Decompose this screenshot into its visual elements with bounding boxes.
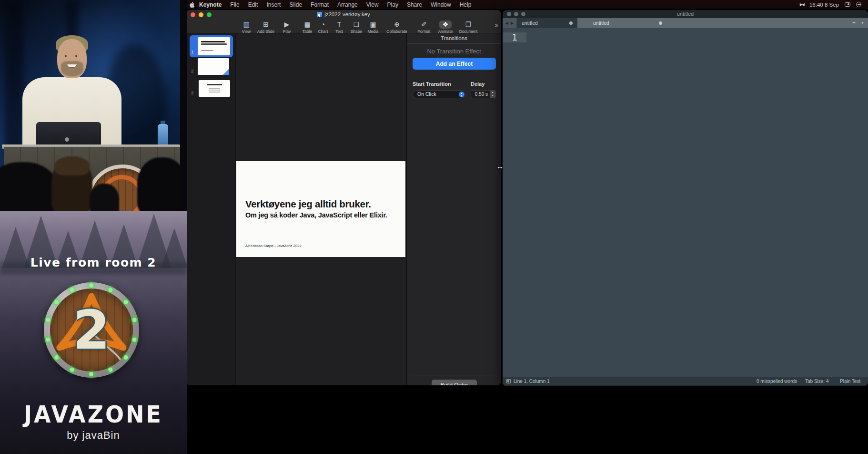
- slide-navigator: 1 2 3: [186, 33, 236, 385]
- speaker-eye: [65, 55, 67, 57]
- curtain-fold: [5, 0, 24, 157]
- logo-green-stud: [132, 337, 137, 342]
- menu-keynote[interactable]: Keynote: [195, 1, 226, 8]
- caret-position-label: Line 1, Column 1: [514, 379, 550, 384]
- new-tab-button[interactable]: +: [852, 20, 856, 26]
- slide-2-corner-accent: [223, 69, 229, 75]
- logo-green-stud: [89, 283, 93, 288]
- format-icon: ✐: [418, 21, 430, 29]
- slide-thumbnail-2[interactable]: [198, 58, 229, 75]
- editor-tab-inactive[interactable]: untitled: [577, 18, 680, 28]
- javazone-logo-text: JAVAZONE: [0, 401, 187, 428]
- panel-bottom-divider: [411, 375, 497, 375]
- collaborate-icon: ⊕: [391, 21, 403, 29]
- menu-slide[interactable]: Slide: [285, 1, 306, 8]
- history-forward-button[interactable]: ▶: [511, 21, 514, 25]
- screen-mirroring-icon[interactable]: ▶◀: [800, 2, 804, 7]
- logo-green-stud: [45, 337, 50, 342]
- menu-share[interactable]: Share: [403, 1, 426, 8]
- add-effect-button[interactable]: Add an Effect: [413, 58, 496, 70]
- keynote-doc-icon: [317, 12, 322, 17]
- speaker-eye: [75, 55, 77, 57]
- apple-laptop-logo: [65, 137, 69, 142]
- audience-head: [90, 184, 119, 211]
- menu-arrange[interactable]: Arrange: [333, 1, 362, 8]
- slide-canvas[interactable]: Verktøyene jeg alltid bruker. Om jeg så …: [236, 33, 406, 385]
- screenshot-stage: Keynote File Edit Insert Slide Format Ar…: [0, 0, 868, 454]
- toolbar-collaborate-button[interactable]: ⊕ Collaborate: [382, 20, 412, 34]
- editor-tabbar: ◀ ▶ untitled untitled + ▼: [503, 18, 868, 28]
- menu-play[interactable]: Play: [383, 1, 403, 8]
- keynote-titlebar: jz2022-verktøy.key ▥ View ⊞ Add Slide ▶ …: [186, 10, 501, 33]
- menu-extra-icon[interactable]: [856, 2, 861, 7]
- javazone-brand: JAVAZONE by javaBin: [0, 402, 187, 442]
- menu-help[interactable]: Help: [455, 1, 476, 8]
- javabin-subtitle: by javaBin: [0, 429, 187, 442]
- audience-head: [137, 157, 180, 211]
- history-back-button[interactable]: ◀: [505, 21, 508, 25]
- stepper-arrows-icon[interactable]: ▲▼: [490, 91, 495, 98]
- text-editor-window: untitled ◀ ▶ untitled untitled + ▼ 1 Lin…: [503, 10, 868, 386]
- file-type-control[interactable]: Plain Text: [840, 379, 860, 384]
- logo-green-stud: [108, 367, 113, 372]
- start-transition-dropdown[interactable]: On Click ▲▼: [413, 90, 465, 98]
- toolbar-overflow-chevron[interactable]: »: [495, 21, 498, 29]
- speaker-webcam: [0, 0, 180, 211]
- menu-view[interactable]: View: [362, 1, 383, 8]
- slide-number-2: 2: [191, 69, 193, 73]
- document-icon: ❐: [462, 21, 475, 29]
- start-transition-label: Start Transition: [413, 81, 451, 87]
- tab-list-chevron-icon[interactable]: ▼: [861, 21, 864, 24]
- slide-thumbnail-1[interactable]: [198, 37, 230, 55]
- tab-size-control[interactable]: Tab Size: 4: [805, 379, 828, 384]
- slide-title: Verktøyene jeg alltid bruker.: [245, 198, 371, 210]
- transitions-panel: Transitions No Transition Effect Add an …: [406, 33, 501, 385]
- editor-window-edge: [503, 385, 868, 386]
- stream-overlay: Live from room 2 2 JAVAZONE by javaBin: [0, 0, 187, 454]
- live-room-label: Live from room 2: [0, 256, 187, 269]
- transitions-panel-header: Transitions: [407, 35, 501, 41]
- current-slide[interactable]: Verktøyene jeg alltid bruker. Om jeg så …: [236, 161, 405, 257]
- animate-icon: ❖: [439, 21, 452, 29]
- control-center-icon[interactable]: [845, 2, 850, 7]
- room-2-logo: 2: [44, 282, 139, 378]
- logo-green-stud: [132, 317, 137, 322]
- play-icon: ▶: [281, 21, 293, 29]
- menu-window[interactable]: Window: [426, 1, 455, 8]
- keynote-window: jz2022-verktøy.key ▥ View ⊞ Add Slide ▶ …: [186, 10, 501, 385]
- editor-window-title: untitled: [503, 11, 868, 17]
- slide-thumbnail-3[interactable]: [199, 80, 230, 97]
- room-number: 2: [50, 299, 133, 361]
- slide-subtitle: Om jeg så koder Java, JavaScript eller E…: [245, 211, 387, 219]
- menu-edit[interactable]: Edit: [244, 1, 262, 8]
- logo-green-stud: [89, 372, 93, 376]
- delay-stepper[interactable]: 0,50 s ▲▼: [471, 90, 496, 98]
- dropdown-chevrons-icon: ▲▼: [459, 92, 464, 97]
- add-slide-icon: ⊞: [260, 21, 272, 29]
- media-icon: ▣: [366, 21, 379, 29]
- macos-menubar: Keynote File Edit Insert Slide Format Ar…: [181, 0, 868, 9]
- mouse-resize-cursor: ↔: [496, 162, 504, 170]
- slide-byline: Alf Kristian Støyle - JavaZone 2022: [245, 244, 302, 248]
- menu-file[interactable]: File: [226, 1, 243, 8]
- tab-modified-dot[interactable]: [569, 21, 573, 25]
- audience-head: [51, 156, 92, 211]
- build-order-button[interactable]: Build Order: [432, 380, 477, 385]
- misspelled-words-label[interactable]: 0 misspelled words: [757, 379, 797, 384]
- slide-number-3: 3: [191, 91, 193, 95]
- keynote-window-title: jz2022-verktøy.key: [186, 11, 501, 18]
- column-indicator-icon: [506, 379, 511, 383]
- logo-green-stud: [45, 317, 50, 322]
- slide-number-1: 1: [191, 50, 193, 54]
- menubar-clock[interactable]: 16:40 8 Sep: [809, 2, 839, 8]
- menu-insert[interactable]: Insert: [262, 1, 285, 8]
- logo-wood-face: 2: [50, 289, 133, 371]
- tab-modified-dot[interactable]: [659, 21, 662, 25]
- editor-titlebar: untitled: [503, 10, 868, 18]
- line-number-gutter[interactable]: 1: [503, 32, 526, 42]
- toolbar-document-button[interactable]: ❐ Document: [453, 20, 484, 34]
- speaker-beard: [61, 61, 83, 76]
- editor-tab-active[interactable]: untitled: [517, 18, 577, 28]
- menu-format[interactable]: Format: [306, 1, 333, 8]
- apple-menu-icon[interactable]: [189, 1, 195, 8]
